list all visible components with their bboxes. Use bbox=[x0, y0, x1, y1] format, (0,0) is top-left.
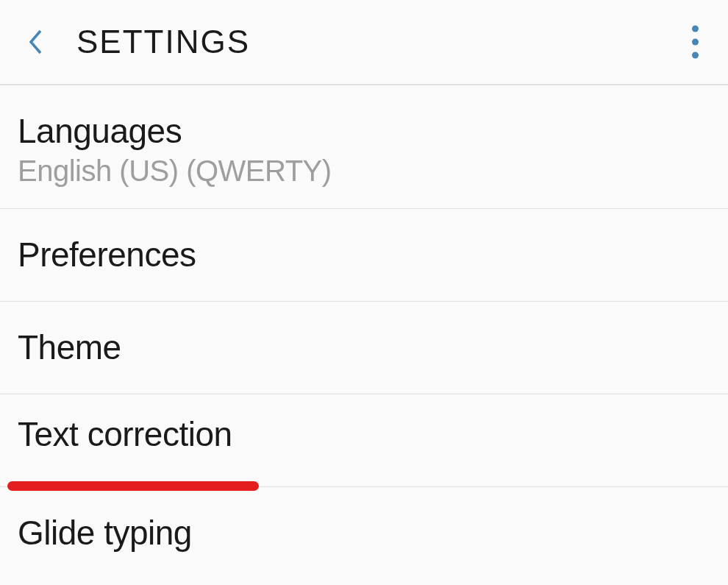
list-item-preferences[interactable]: Preferences bbox=[0, 209, 728, 302]
overflow-menu-button[interactable] bbox=[685, 18, 706, 66]
highlight-underline bbox=[7, 481, 259, 491]
header-bar: SETTINGS bbox=[0, 0, 728, 85]
dot-icon bbox=[692, 26, 699, 32]
back-button[interactable] bbox=[18, 24, 53, 60]
item-subtitle: English (US) (QWERTY) bbox=[18, 154, 710, 188]
page-title: SETTINGS bbox=[76, 24, 250, 60]
dot-icon bbox=[692, 52, 699, 59]
list-item-languages[interactable]: Languages English (US) (QWERTY) bbox=[0, 85, 728, 209]
item-title: Preferences bbox=[18, 235, 710, 274]
dot-icon bbox=[692, 39, 699, 46]
chevron-left-icon bbox=[27, 28, 43, 56]
settings-list: Languages English (US) (QWERTY) Preferen… bbox=[0, 85, 728, 572]
item-title: Theme bbox=[18, 328, 710, 367]
list-item-theme[interactable]: Theme bbox=[0, 302, 728, 394]
item-title: Languages bbox=[18, 112, 710, 151]
item-title: Glide typing bbox=[18, 514, 710, 553]
list-item-text-correction[interactable]: Text correction bbox=[0, 394, 728, 487]
item-title: Text correction bbox=[18, 415, 710, 454]
list-item-glide-typing[interactable]: Glide typing bbox=[0, 487, 728, 573]
